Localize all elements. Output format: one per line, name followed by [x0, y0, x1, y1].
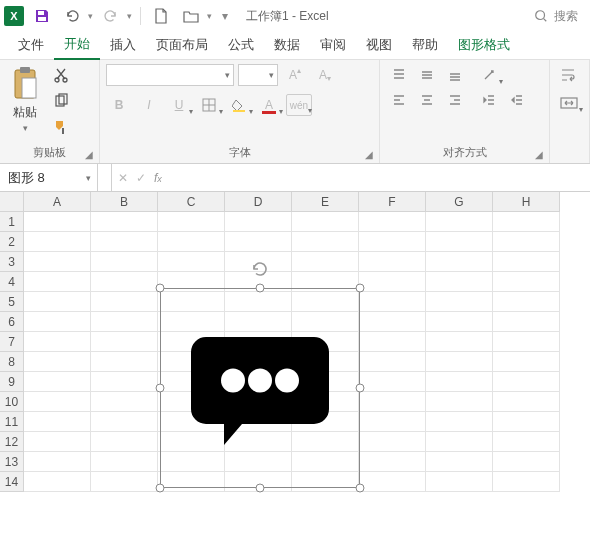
new-file-button[interactable] [149, 4, 173, 28]
font-launcher-icon[interactable]: ◢ [363, 149, 375, 161]
resize-handle-sw[interactable] [156, 484, 165, 493]
row-header[interactable]: 9 [0, 372, 24, 392]
align-middle-button[interactable] [414, 64, 440, 86]
cell[interactable] [91, 272, 158, 292]
cell[interactable] [493, 452, 560, 472]
cell[interactable] [359, 292, 426, 312]
cell[interactable] [24, 452, 91, 472]
qat-customize-button[interactable]: ▾ [218, 4, 232, 28]
cell[interactable] [426, 352, 493, 372]
resize-handle-se[interactable] [356, 484, 365, 493]
row-header[interactable]: 12 [0, 432, 24, 452]
fill-color-button[interactable] [226, 94, 252, 116]
clipboard-launcher-icon[interactable]: ◢ [83, 149, 95, 161]
align-launcher-icon[interactable]: ◢ [533, 149, 545, 161]
undo-button[interactable] [60, 4, 84, 28]
cell[interactable] [91, 212, 158, 232]
cell[interactable] [426, 472, 493, 492]
decrease-indent-button[interactable] [476, 89, 502, 111]
cell[interactable] [426, 412, 493, 432]
column-header[interactable]: H [493, 192, 560, 212]
cell[interactable] [24, 392, 91, 412]
cell[interactable] [493, 252, 560, 272]
cell[interactable] [493, 412, 560, 432]
font-size-combo[interactable] [238, 64, 278, 86]
underline-button[interactable]: U [166, 94, 192, 116]
format-painter-button[interactable] [48, 116, 74, 138]
rotate-handle-icon[interactable] [251, 260, 269, 281]
cell[interactable] [24, 292, 91, 312]
tab-view[interactable]: 视图 [356, 32, 402, 60]
increase-indent-button[interactable] [504, 89, 530, 111]
tab-review[interactable]: 审阅 [310, 32, 356, 60]
cell[interactable] [24, 212, 91, 232]
cell[interactable] [359, 252, 426, 272]
cell[interactable] [359, 392, 426, 412]
fx-icon[interactable]: fx [154, 171, 162, 185]
tab-page-layout[interactable]: 页面布局 [146, 32, 218, 60]
cell[interactable] [24, 252, 91, 272]
resize-handle-ne[interactable] [356, 284, 365, 293]
column-header[interactable]: G [426, 192, 493, 212]
orientation-button[interactable] [476, 64, 502, 86]
row-header[interactable]: 7 [0, 332, 24, 352]
cell[interactable] [493, 292, 560, 312]
row-header[interactable]: 14 [0, 472, 24, 492]
cell[interactable] [158, 212, 225, 232]
cell[interactable] [359, 232, 426, 252]
phonetic-guide-button[interactable]: wén [286, 94, 312, 116]
decrease-font-size-button[interactable]: A▾ [312, 64, 338, 86]
resize-handle-e[interactable] [356, 384, 365, 393]
cell[interactable] [225, 212, 292, 232]
cell[interactable] [359, 272, 426, 292]
row-header[interactable]: 13 [0, 452, 24, 472]
cell[interactable] [292, 232, 359, 252]
cell[interactable] [426, 452, 493, 472]
cell[interactable] [359, 212, 426, 232]
tab-shape-format[interactable]: 图形格式 [448, 32, 520, 60]
resize-handle-s[interactable] [256, 484, 265, 493]
cell[interactable] [359, 412, 426, 432]
open-file-button[interactable] [179, 4, 203, 28]
resize-handle-w[interactable] [156, 384, 165, 393]
cell[interactable] [493, 432, 560, 452]
border-button[interactable] [196, 94, 222, 116]
column-header[interactable]: D [225, 192, 292, 212]
cancel-formula-icon[interactable]: ✕ [118, 171, 128, 185]
align-bottom-button[interactable] [442, 64, 468, 86]
cell[interactable] [24, 272, 91, 292]
font-color-button[interactable]: A [256, 94, 282, 116]
cell[interactable] [91, 292, 158, 312]
select-all-corner[interactable] [0, 192, 24, 212]
cell[interactable] [24, 332, 91, 352]
cell[interactable] [426, 432, 493, 452]
tab-formulas[interactable]: 公式 [218, 32, 264, 60]
column-header[interactable]: A [24, 192, 91, 212]
row-header[interactable]: 10 [0, 392, 24, 412]
cell[interactable] [359, 372, 426, 392]
wrap-text-button[interactable] [556, 64, 582, 86]
tab-home[interactable]: 开始 [54, 32, 100, 60]
cell[interactable] [24, 372, 91, 392]
cell[interactable] [493, 352, 560, 372]
cell[interactable] [426, 372, 493, 392]
cell[interactable] [359, 332, 426, 352]
cell[interactable] [359, 452, 426, 472]
tab-help[interactable]: 帮助 [402, 32, 448, 60]
copy-button[interactable] [48, 90, 74, 112]
cell[interactable] [359, 472, 426, 492]
cell[interactable] [91, 372, 158, 392]
cell[interactable] [426, 212, 493, 232]
cell[interactable] [24, 232, 91, 252]
name-box[interactable]: 图形 8 [0, 164, 98, 191]
cell[interactable] [91, 472, 158, 492]
cell[interactable] [91, 432, 158, 452]
row-header[interactable]: 11 [0, 412, 24, 432]
speech-bubble-icon[interactable] [185, 310, 335, 460]
merge-cells-button[interactable] [556, 92, 582, 114]
row-header[interactable]: 4 [0, 272, 24, 292]
align-left-button[interactable] [386, 89, 412, 111]
row-header[interactable]: 1 [0, 212, 24, 232]
cell[interactable] [24, 312, 91, 332]
cell[interactable] [426, 252, 493, 272]
